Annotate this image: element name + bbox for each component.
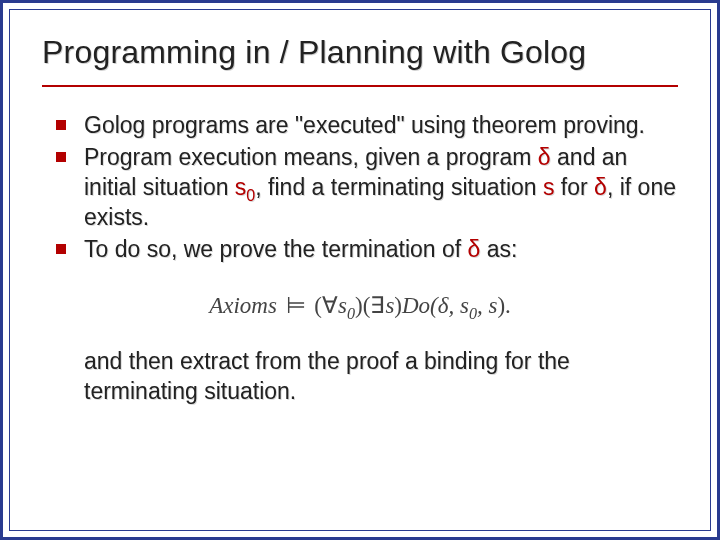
f-close3: ). [497,293,510,318]
f-s0sub: 0 [347,305,355,322]
bullet-1: Golog programs are "executed" using theo… [56,111,678,141]
bullet-1-text: Golog programs are "executed" using theo… [84,112,645,138]
formula-block: Axioms ⊨ (∀s0)(∃s)Do(δ, s0, s). [42,292,678,319]
b2-var1: δ [538,144,551,170]
f-do: Do( [402,293,438,318]
f-s: s [385,293,394,318]
f-forall: (∀ [314,293,338,318]
bullet-2: Program execution means, given a program… [56,143,678,233]
f-close2: ) [394,293,402,318]
slide-frame: Programming in / Planning with Golog Gol… [0,0,720,540]
slide-content: Golog programs are "executed" using theo… [42,111,678,407]
b2-mid3: for [554,174,594,200]
b2-var3: s [543,174,555,200]
f-exists: (∃ [363,293,386,318]
f-close1: ) [355,293,363,318]
f-arg2sub: 0 [469,305,477,322]
f-axioms: Axioms [209,293,277,318]
f-arg2: s [460,293,469,318]
b2-var2: s0 [235,174,255,200]
followup-text: and then extract from the proof a bindin… [42,347,678,407]
f-c2: , [477,293,489,318]
f-sp1 [277,293,283,318]
b2-var4: δ [594,174,607,200]
b3-pre: To do so, we prove the termination of [84,236,468,262]
slide-title: Programming in / Planning with Golog [42,34,678,87]
f-models: ⊨ [283,293,309,318]
b2-pre: Program execution means, given a program [84,144,538,170]
b2-mid2: , find a terminating situation [255,174,543,200]
f-c1: , [448,293,460,318]
b3-var1: δ [468,236,481,262]
slide-inner: Programming in / Planning with Golog Gol… [9,9,711,531]
f-delta: δ [438,293,449,318]
b2-var2-sub: 0 [246,185,255,203]
b2-var2-base: s [235,174,247,200]
b3-mid1: as: [480,236,517,262]
formula: Axioms ⊨ (∀s0)(∃s)Do(δ, s0, s). [209,293,511,318]
bullet-3: To do so, we prove the termination of δ … [56,235,678,265]
f-s0: s [338,293,347,318]
bullet-list: Golog programs are "executed" using theo… [42,111,678,264]
